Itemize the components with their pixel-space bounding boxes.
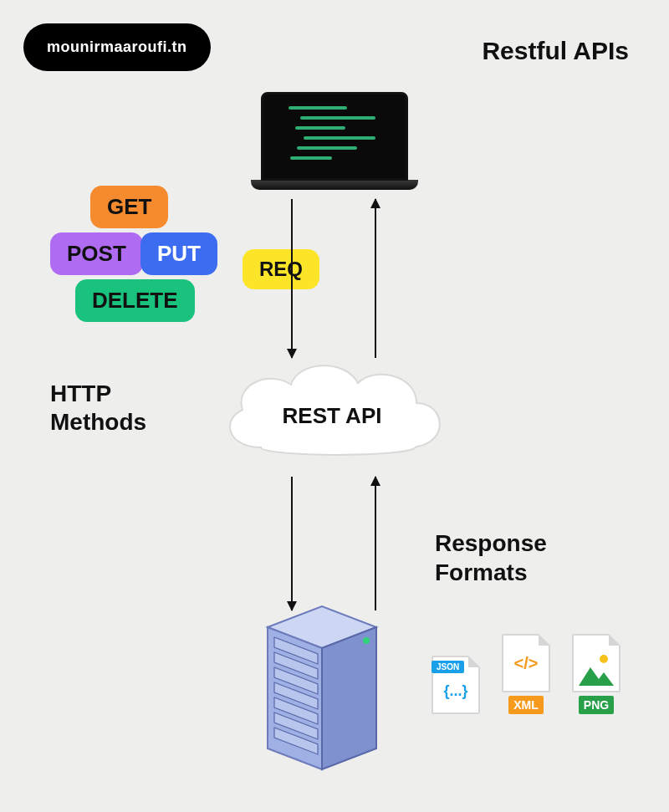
arrow-api-to-client-icon: [375, 199, 376, 358]
response-formats-label: Response Formats: [435, 529, 547, 587]
format-png-icon: PNG: [567, 634, 626, 714]
arrow-client-to-api-icon: [291, 199, 293, 358]
format-json-icon: JSON {...}: [426, 656, 485, 714]
arrow-api-to-server-icon: [291, 477, 293, 610]
arrow-server-to-api-icon: [375, 477, 376, 610]
http-method-get: GET: [90, 186, 168, 228]
response-formats-label-line2: Formats: [435, 559, 527, 585]
svg-point-10: [363, 637, 370, 644]
format-xml-tag: XML: [508, 696, 544, 714]
format-json-pill: JSON: [432, 661, 464, 673]
server-icon: [251, 602, 393, 778]
format-xml-code: </>: [503, 654, 549, 673]
format-json-braces: {...}: [433, 682, 478, 700]
request-tag: REQ: [243, 249, 319, 289]
http-methods-label-line1: HTTP: [50, 380, 111, 406]
rest-api-cloud-icon: REST API: [211, 351, 453, 477]
svg-marker-12: [579, 667, 614, 686]
response-formats-label-line1: Response: [435, 530, 547, 556]
format-xml-icon: </> XML: [497, 634, 555, 714]
response-formats-group: JSON {...} </> XML PNG: [426, 634, 626, 714]
http-method-post: POST: [50, 232, 143, 275]
rest-api-cloud-label: REST API: [211, 403, 453, 429]
client-laptop-icon: [251, 92, 418, 192]
http-methods-label-line2: Methods: [50, 409, 146, 435]
svg-marker-2: [322, 627, 376, 769]
http-method-put: PUT: [140, 232, 217, 275]
site-badge: mounirmaaroufi.tn: [23, 23, 211, 71]
diagram-title: Restful APIs: [482, 37, 629, 65]
http-methods-label: HTTP Methods: [50, 380, 146, 436]
format-png-tag: PNG: [579, 696, 614, 714]
svg-point-11: [600, 655, 608, 663]
http-method-delete: DELETE: [75, 279, 195, 322]
